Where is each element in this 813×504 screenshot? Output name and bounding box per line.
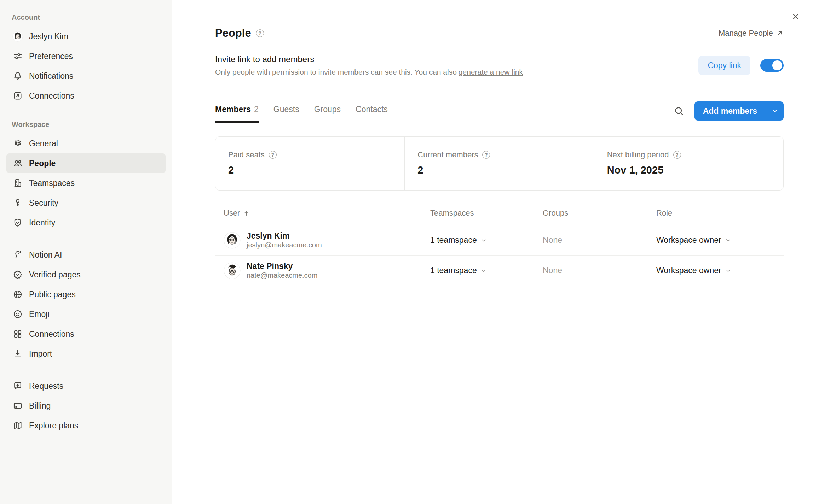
sidebar-item-security[interactable]: Security (6, 193, 166, 213)
sidebar-item-verified-pages[interactable]: Verified pages (6, 265, 166, 285)
globe-icon (12, 289, 23, 300)
help-icon[interactable] (482, 151, 490, 159)
help-icon[interactable] (256, 29, 264, 37)
sliders-icon (12, 51, 23, 61)
section-label-account: Account (6, 11, 166, 27)
external-arrow-icon (776, 29, 784, 37)
tab-guests[interactable]: Guests (273, 105, 299, 123)
sidebar-item-label: Requests (29, 381, 63, 391)
credit-card-icon (12, 400, 23, 411)
help-icon[interactable] (673, 151, 681, 159)
member-name: Jeslyn Kim (247, 231, 322, 241)
billing-stats-card: Paid seats 2 Current members 2 Next bill… (215, 136, 784, 191)
map-icon (12, 420, 23, 431)
sidebar-item-label: People (29, 159, 56, 168)
sidebar-item-notifications[interactable]: Notifications (6, 66, 166, 86)
sidebar-item-explore-plans[interactable]: Explore plans (6, 416, 166, 435)
paid-seats-value: 2 (228, 164, 392, 176)
page-title: People (215, 27, 251, 40)
current-members-value: 2 (417, 164, 581, 176)
member-email: jeslyn@makeacme.com (247, 241, 322, 250)
generate-new-link[interactable]: generate a new link (459, 68, 523, 76)
section-label-workspace: Workspace (6, 118, 166, 134)
sidebar-divider (12, 239, 160, 239)
copy-link-button[interactable]: Copy link (698, 56, 750, 75)
sidebar-item-label: Notion AI (29, 250, 62, 260)
invite-link-section: Invite link to add members Only people w… (215, 54, 784, 76)
sidebar-section-account: Account Jeslyn Kim Preferences (6, 11, 166, 106)
request-bubble-icon (12, 381, 23, 391)
sidebar-item-notion-ai[interactable]: Notion AI (6, 245, 166, 265)
chevron-down-icon (480, 237, 487, 244)
add-members-dropdown[interactable] (766, 101, 784, 121)
sidebar-section-features: Notion AI Verified pages Public pages Em… (6, 245, 166, 364)
sidebar-item-label: Public pages (29, 290, 76, 299)
toggle-knob (772, 60, 782, 70)
sidebar-item-public-pages[interactable]: Public pages (6, 285, 166, 304)
chevron-down-icon (480, 267, 487, 274)
sidebar-item-identity[interactable]: Identity (6, 213, 166, 233)
table-row: Nate Pinsky nate@makeacme.com 1 teamspac… (215, 256, 784, 286)
sidebar-item-preferences[interactable]: Preferences (6, 46, 166, 66)
page-header: People Manage People (215, 27, 784, 40)
sidebar-item-label: Preferences (29, 52, 73, 61)
smiley-icon (12, 309, 23, 320)
sidebar-item-import[interactable]: Import (6, 344, 166, 364)
stat-next-billing: Next billing period Nov 1, 2025 (594, 137, 783, 190)
sidebar-item-teamspaces[interactable]: Teamspaces (6, 173, 166, 193)
sidebar-item-connections-account[interactable]: Connections (6, 86, 166, 106)
sidebar-item-label: Explore plans (29, 421, 78, 430)
people-icon (12, 158, 23, 169)
sidebar-item-label: Notifications (29, 71, 73, 81)
add-members-split-button: Add members (694, 101, 784, 121)
chevron-down-icon (725, 237, 732, 244)
tab-members[interactable]: Members2 (215, 105, 259, 123)
sidebar-item-general[interactable]: General (6, 134, 166, 153)
sidebar-item-label: Teamspaces (29, 178, 75, 188)
tab-contacts[interactable]: Contacts (356, 105, 388, 123)
sidebar-item-label: Billing (29, 401, 51, 411)
download-icon (12, 348, 23, 359)
column-role: Role (656, 209, 784, 218)
role-dropdown[interactable]: Workspace owner (656, 266, 784, 275)
next-billing-value: Nov 1, 2025 (607, 164, 771, 176)
table-header: User Teamspaces Groups Role (215, 201, 784, 225)
sort-ascending-icon (243, 210, 250, 217)
close-icon[interactable] (790, 11, 802, 23)
column-user[interactable]: User (215, 209, 430, 218)
sidebar-item-label: Security (29, 198, 58, 208)
bell-icon (12, 71, 23, 81)
avatar (224, 262, 241, 279)
sidebar-item-label: Verified pages (29, 270, 81, 280)
sidebar-item-people[interactable]: People (6, 153, 166, 173)
sidebar-item-label: Jeslyn Kim (29, 32, 68, 41)
members-count-badge: 2 (254, 105, 259, 114)
invite-link-description: Only people with permission to invite me… (215, 68, 523, 76)
manage-people-link[interactable]: Manage People (719, 29, 784, 38)
notion-ai-face-icon (12, 250, 23, 260)
sidebar-item-label: Emoji (29, 310, 50, 319)
invite-link-toggle[interactable] (760, 59, 784, 72)
sidebar-item-account-user[interactable]: Jeslyn Kim (6, 27, 166, 46)
sidebar-item-label: Connections (29, 91, 74, 101)
search-icon[interactable] (673, 105, 685, 117)
teamspaces-dropdown[interactable]: 1 teamspace (430, 266, 543, 275)
sidebar-item-connections-workspace[interactable]: Connections (6, 324, 166, 344)
tab-groups[interactable]: Groups (314, 105, 341, 123)
table-row: Jeslyn Kim jeslyn@makeacme.com 1 teamspa… (215, 225, 784, 256)
chevron-down-icon (725, 267, 732, 274)
sidebar-item-emoji[interactable]: Emoji (6, 304, 166, 324)
sidebar-item-label: Identity (29, 218, 55, 228)
tabs-bar: Members2 Guests Groups Contacts Add memb… (215, 101, 784, 125)
role-dropdown[interactable]: Workspace owner (656, 235, 784, 245)
add-members-button[interactable]: Add members (694, 101, 766, 121)
section-divider (215, 87, 784, 87)
avatar (224, 232, 241, 249)
teamspaces-dropdown[interactable]: 1 teamspace (430, 235, 543, 245)
people-settings-panel: People Manage People Invite link to add … (172, 0, 813, 504)
sidebar-item-requests[interactable]: Requests (6, 376, 166, 396)
help-icon[interactable] (269, 151, 277, 159)
manage-people-label: Manage People (719, 29, 773, 38)
sidebar-item-billing[interactable]: Billing (6, 396, 166, 416)
stat-paid-seats: Paid seats 2 (215, 137, 404, 190)
